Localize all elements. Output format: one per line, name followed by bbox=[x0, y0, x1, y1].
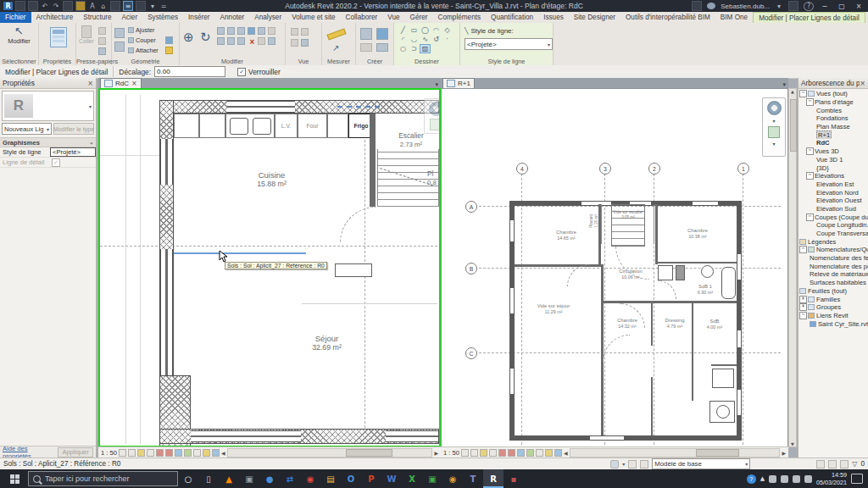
properties-close-icon[interactable]: × bbox=[87, 80, 93, 87]
temporary-hide-isolate-icon[interactable] bbox=[517, 449, 525, 457]
grid-bubble-b[interactable]: B bbox=[465, 263, 477, 274]
trim-row[interactable]: Ajuster bbox=[128, 26, 154, 34]
tree-item-r1[interactable]: R+1 bbox=[799, 130, 868, 139]
workset-dropdown-icon[interactable]: ▾ bbox=[622, 461, 625, 467]
shadows-icon[interactable] bbox=[489, 449, 497, 457]
taskbar-clock[interactable]: 14:59 05/03/2021 bbox=[816, 471, 847, 486]
expand-icon[interactable]: + bbox=[799, 296, 807, 303]
network-icon[interactable] bbox=[793, 475, 800, 483]
qat-customize-icon[interactable]: ▾ bbox=[148, 2, 157, 10]
create-similar-icon[interactable] bbox=[360, 43, 372, 52]
taskbar-icon-chrome[interactable]: ◉ bbox=[300, 469, 320, 488]
tab-modifier-placer-lignes[interactable]: Modifier | Placer Lignes de détail bbox=[753, 12, 865, 23]
move-icon[interactable]: ⊕ bbox=[183, 30, 194, 45]
r1-partition[interactable] bbox=[601, 264, 604, 435]
scrollbar-thumb[interactable] bbox=[346, 449, 392, 457]
close-hidden-windows-icon[interactable] bbox=[136, 1, 146, 11]
override-graphics-icon[interactable] bbox=[301, 28, 309, 36]
measure-icon[interactable] bbox=[75, 1, 86, 11]
crop-view-icon[interactable] bbox=[156, 449, 164, 457]
unpin-icon[interactable] bbox=[258, 37, 265, 45]
tree-item-elevations[interactable]: −Elévations bbox=[799, 172, 868, 180]
show-crop-region-icon[interactable] bbox=[508, 449, 515, 457]
r1-partition[interactable] bbox=[655, 262, 737, 263]
offset-input[interactable] bbox=[154, 66, 225, 77]
panel-label-creer[interactable]: Créer bbox=[356, 58, 393, 65]
pick-lines-icon[interactable]: ▨ bbox=[420, 44, 431, 53]
tree-item-releve-materiaux[interactable]: Relevé de matériaux ... bbox=[799, 270, 868, 279]
worksharing-display-icon[interactable] bbox=[536, 449, 543, 457]
displaced-elements-icon[interactable] bbox=[554, 449, 562, 457]
room-label-sdb[interactable]: SdB4.00 m² bbox=[696, 319, 733, 330]
oven[interactable]: Four bbox=[298, 114, 327, 138]
thin-lines-toggle-icon[interactable]: ≡ bbox=[123, 1, 133, 11]
onedrive-icon[interactable] bbox=[769, 475, 776, 483]
signed-in-user[interactable]: Sebastien.dub... bbox=[721, 3, 770, 10]
tab-inserer[interactable]: Insérer bbox=[183, 12, 214, 23]
scroll-left-icon[interactable]: ◀ bbox=[564, 450, 568, 456]
tree-item-nomenclatures[interactable]: −Nomenclatures/Quant... bbox=[799, 246, 868, 254]
tab-structure[interactable]: Structure bbox=[78, 12, 116, 23]
detail-level-icon[interactable] bbox=[461, 449, 469, 457]
kitchen-cabinet[interactable] bbox=[174, 114, 199, 138]
tree-item-vue-3d-1[interactable]: Vue 3D 1 bbox=[799, 156, 868, 164]
line-style-select[interactable]: <Projeté> ▾ bbox=[465, 38, 553, 50]
display-icon[interactable] bbox=[781, 475, 788, 483]
shower[interactable] bbox=[712, 369, 734, 388]
room-label-vide-sejour[interactable]: Vide sur séjour11.29 m² bbox=[526, 303, 581, 315]
tree-item-elevation-est[interactable]: Elévation Est bbox=[799, 180, 868, 189]
dimension-icon[interactable]: ↗ bbox=[332, 43, 339, 53]
selected-floor-edge[interactable] bbox=[174, 252, 306, 254]
panel-label-proprietes[interactable]: Propriétés bbox=[39, 58, 75, 65]
taskbar-icon-revit[interactable]: R bbox=[483, 469, 504, 488]
room-label-placard[interactable]: Placard 1.20 m² bbox=[589, 204, 599, 238]
console-table[interactable] bbox=[335, 263, 372, 277]
view-tab-rdc[interactable]: RdC × bbox=[100, 78, 142, 88]
legend-component-icon[interactable] bbox=[360, 28, 372, 40]
panel-label-geometrie[interactable]: Géométrie bbox=[112, 58, 179, 65]
tree-item-coupe-transversale[interactable]: Coupe Transversal... bbox=[799, 230, 868, 238]
show-crop-region-icon[interactable] bbox=[165, 449, 173, 457]
press-drag-icon[interactable] bbox=[840, 460, 849, 469]
zoom-icon[interactable] bbox=[430, 119, 441, 130]
delete-icon[interactable]: × bbox=[248, 37, 257, 47]
taskbar-icon-capture-app[interactable]: ▪ bbox=[504, 469, 524, 488]
taskbar-icon-teamviewer[interactable]: ⇄ bbox=[280, 469, 300, 488]
reveal-constraints-icon[interactable] bbox=[545, 449, 553, 457]
linework-icon[interactable] bbox=[291, 39, 298, 47]
tab-volume-et-site[interactable]: Volume et site bbox=[287, 12, 340, 23]
paste-button[interactable]: Coller bbox=[78, 25, 95, 44]
search-icon[interactable] bbox=[692, 1, 702, 11]
panel-label-modifier[interactable]: Modifier bbox=[180, 58, 285, 65]
join-row[interactable]: Attacher bbox=[128, 47, 159, 54]
scroll-right-icon[interactable]: ▶ bbox=[434, 450, 438, 456]
help-tray-icon[interactable]: ? bbox=[747, 474, 756, 484]
dishwasher[interactable]: L.V. bbox=[275, 114, 298, 138]
detail-level-icon[interactable] bbox=[119, 449, 126, 457]
draw-spline-icon[interactable]: ∿ bbox=[420, 35, 431, 44]
paint-icon[interactable] bbox=[165, 36, 173, 44]
collapse-icon[interactable]: − bbox=[806, 147, 814, 155]
mirror-icon[interactable] bbox=[217, 27, 225, 35]
modify-tool-button[interactable]: ↖ Modifier bbox=[0, 25, 38, 45]
rdc-drawing-canvas[interactable]: L.V. Four Frigo Cuisine 15.88 m² Séjour … bbox=[98, 88, 441, 447]
edit-type-button[interactable]: Modifier le type bbox=[53, 123, 94, 135]
tab-vue[interactable]: Vue bbox=[382, 12, 404, 23]
view-tab-r1[interactable]: R+1 bbox=[442, 78, 475, 88]
close-button[interactable]: × bbox=[853, 1, 865, 11]
app-store-cart-icon[interactable] bbox=[788, 1, 798, 11]
tab-bim-one[interactable]: BIM One bbox=[715, 12, 753, 23]
draw-pick-arc-icon[interactable]: ⊃ bbox=[409, 44, 420, 53]
type-selector-combo[interactable]: Nouveaux Lig ▾ bbox=[2, 123, 52, 135]
active-workset-select[interactable]: Modèle de base ▾ bbox=[652, 458, 750, 469]
displace-icon[interactable] bbox=[301, 39, 309, 47]
tab-site-designer[interactable]: Site Designer bbox=[569, 12, 620, 23]
panel-label-presse-papiers[interactable]: Presse-papiers bbox=[76, 58, 111, 65]
tree-item-nomenclature-fenetres[interactable]: Nomenclature des fe... bbox=[799, 254, 868, 263]
navbar-dropdown-icon[interactable]: ▾ bbox=[772, 141, 775, 147]
tree-item-elevation-ouest[interactable]: Elévation Ouest bbox=[799, 197, 868, 205]
panel-label-dessiner[interactable]: Dessiner bbox=[394, 58, 459, 65]
redo-icon[interactable]: ↷ bbox=[52, 2, 60, 10]
tree-item-vues-3d[interactable]: −Vues 3D bbox=[799, 147, 868, 156]
tab-annoter[interactable]: Annoter bbox=[215, 12, 250, 23]
